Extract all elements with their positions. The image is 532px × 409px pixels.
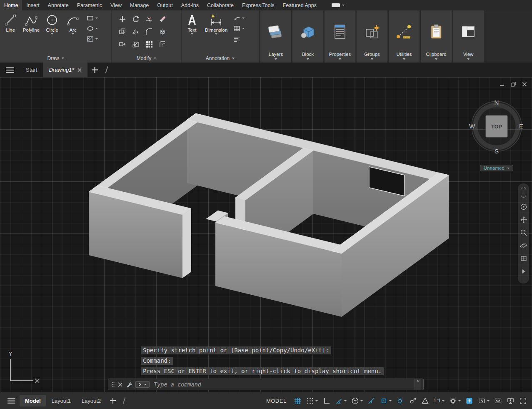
isometric-drafting-toggle[interactable] bbox=[350, 395, 365, 406]
chevron-down-icon[interactable] bbox=[95, 18, 98, 19]
viewcube[interactable]: TOP N W E S bbox=[469, 99, 523, 155]
line-button[interactable]: Line bbox=[0, 10, 21, 54]
viewcube-south[interactable]: S bbox=[495, 148, 499, 155]
ribbon-tab-view[interactable]: View bbox=[106, 0, 126, 10]
command-scrollbar[interactable] bbox=[415, 379, 421, 390]
rotate-button[interactable] bbox=[132, 15, 140, 25]
array-button[interactable] bbox=[145, 40, 153, 50]
object-snap-tracking-toggle[interactable] bbox=[366, 395, 377, 406]
polar-tracking-toggle[interactable] bbox=[333, 395, 348, 406]
scale-button[interactable] bbox=[132, 40, 140, 50]
file-tabs-menu-button[interactable] bbox=[0, 63, 20, 77]
annotation-panel-footer[interactable]: Annotation bbox=[182, 54, 259, 63]
ellipse-button[interactable] bbox=[87, 25, 98, 32]
ribbon-tab-parametric[interactable]: Parametric bbox=[73, 0, 106, 10]
full-navigation-wheel-icon[interactable] bbox=[520, 203, 527, 211]
chevron-down-icon[interactable] bbox=[95, 38, 98, 40]
customize-wrench-icon[interactable] bbox=[126, 381, 132, 388]
graphics-performance-toggle[interactable] bbox=[505, 395, 516, 406]
annotation-visibility-toggle[interactable] bbox=[395, 395, 406, 406]
restore-icon[interactable] bbox=[511, 82, 516, 87]
workspace-settings-button[interactable] bbox=[447, 395, 462, 406]
quick-properties-toggle[interactable] bbox=[492, 395, 504, 406]
offset-button[interactable] bbox=[159, 40, 166, 50]
ribbon-tab-annotate[interactable]: Annotate bbox=[44, 0, 73, 10]
minimize-icon[interactable] bbox=[500, 82, 505, 87]
new-drawing-button[interactable] bbox=[87, 63, 102, 77]
navbar-more-icon[interactable] bbox=[520, 268, 527, 275]
system-monitor-dropdown[interactable] bbox=[476, 395, 491, 406]
orbit-icon[interactable] bbox=[520, 242, 527, 249]
ortho-toggle[interactable] bbox=[321, 395, 332, 406]
circle-button[interactable]: Circle bbox=[42, 10, 62, 54]
panel-layers[interactable]: Layers bbox=[260, 10, 291, 63]
viewcube-ucs-dropdown[interactable]: Unnamed bbox=[480, 165, 513, 171]
drawing-viewport[interactable]: TOP N W E S Y bbox=[0, 77, 532, 392]
panel-block[interactable]: Block bbox=[292, 10, 323, 63]
chevron-down-icon[interactable] bbox=[339, 58, 341, 60]
ribbon-tab-addins[interactable]: Add-ins bbox=[177, 0, 203, 10]
model-space-badge[interactable]: MODEL bbox=[266, 398, 287, 404]
scale-dropdown[interactable]: 1:1 bbox=[432, 395, 446, 406]
draw-panel-footer[interactable]: Draw bbox=[0, 54, 111, 63]
ribbon-tab-insert[interactable]: Insert bbox=[22, 0, 43, 10]
annotation-monitor-toggle[interactable] bbox=[464, 395, 475, 406]
move-button[interactable] bbox=[119, 15, 126, 25]
polyline-button[interactable]: Polyline bbox=[21, 10, 42, 54]
stretch-button[interactable] bbox=[119, 40, 126, 50]
ribbon-tab-output[interactable]: Output bbox=[153, 0, 177, 10]
tab-layout2[interactable]: Layout2 bbox=[76, 395, 106, 406]
viewcube-north[interactable]: N bbox=[495, 99, 499, 106]
chevron-down-icon[interactable] bbox=[315, 400, 318, 401]
tab-drawing1[interactable]: Drawing1* bbox=[43, 63, 87, 77]
grid-toggle[interactable] bbox=[292, 395, 303, 406]
drawing-canvas[interactable]: TOP N W E S Y Unnamed bbox=[0, 77, 532, 392]
copy-button[interactable] bbox=[119, 28, 126, 37]
explode-button[interactable] bbox=[159, 28, 166, 37]
recent-commands-button[interactable] bbox=[135, 381, 150, 388]
text-style-button[interactable] bbox=[233, 35, 245, 43]
mirror-button[interactable] bbox=[132, 28, 140, 37]
table-button[interactable] bbox=[233, 25, 245, 32]
tab-model[interactable]: Model bbox=[20, 395, 46, 406]
close-icon[interactable] bbox=[118, 382, 122, 387]
chevron-down-icon[interactable] bbox=[403, 58, 405, 60]
panel-clipboard[interactable]: Clipboard bbox=[421, 10, 452, 63]
chevron-down-icon[interactable] bbox=[458, 400, 461, 401]
chevron-down-icon[interactable] bbox=[191, 33, 193, 35]
object-snap-toggle[interactable] bbox=[378, 395, 393, 406]
chevron-down-icon[interactable] bbox=[72, 33, 74, 35]
chevron-down-icon[interactable] bbox=[487, 400, 490, 401]
viewcube-west[interactable]: W bbox=[469, 123, 475, 130]
ribbon-tab-featured-apps[interactable]: Featured Apps bbox=[279, 0, 321, 10]
panel-groups[interactable]: Groups bbox=[357, 10, 387, 63]
ribbon-tab-collaborate[interactable]: Collaborate bbox=[203, 0, 238, 10]
close-icon[interactable] bbox=[77, 68, 82, 72]
tab-start[interactable]: Start bbox=[20, 63, 43, 77]
ribbon-tab-express-tools[interactable]: Express Tools bbox=[238, 0, 279, 10]
wall-3d-model[interactable] bbox=[89, 113, 449, 317]
chevron-down-icon[interactable] bbox=[467, 58, 470, 60]
chevron-down-icon[interactable] bbox=[51, 33, 53, 35]
show-motion-icon[interactable] bbox=[520, 255, 527, 262]
zoom-icon[interactable] bbox=[520, 229, 527, 236]
viewcube-east[interactable]: E bbox=[519, 123, 523, 130]
navbar-handle[interactable] bbox=[521, 187, 526, 198]
layout-menu-button[interactable] bbox=[5, 398, 20, 404]
chevron-down-icon[interactable] bbox=[389, 400, 392, 401]
panel-properties[interactable]: Properties bbox=[325, 10, 355, 63]
chevron-down-icon[interactable] bbox=[307, 58, 309, 60]
chevron-down-icon[interactable] bbox=[435, 58, 437, 60]
text-button[interactable]: Text bbox=[182, 10, 202, 54]
arc-button[interactable]: Arc bbox=[62, 10, 83, 54]
ribbon-tab-manage[interactable]: Manage bbox=[126, 0, 153, 10]
pan-icon[interactable] bbox=[520, 216, 527, 223]
panel-view[interactable]: View bbox=[453, 10, 484, 63]
chevron-down-icon[interactable] bbox=[242, 28, 245, 29]
erase-button[interactable] bbox=[159, 15, 166, 25]
annotation-scale-button[interactable] bbox=[420, 395, 431, 406]
fillet-button[interactable] bbox=[145, 28, 153, 37]
autoscale-toggle[interactable] bbox=[407, 395, 418, 406]
hatch-button[interactable] bbox=[87, 35, 98, 43]
ribbon-display-toggle[interactable] bbox=[332, 0, 345, 10]
